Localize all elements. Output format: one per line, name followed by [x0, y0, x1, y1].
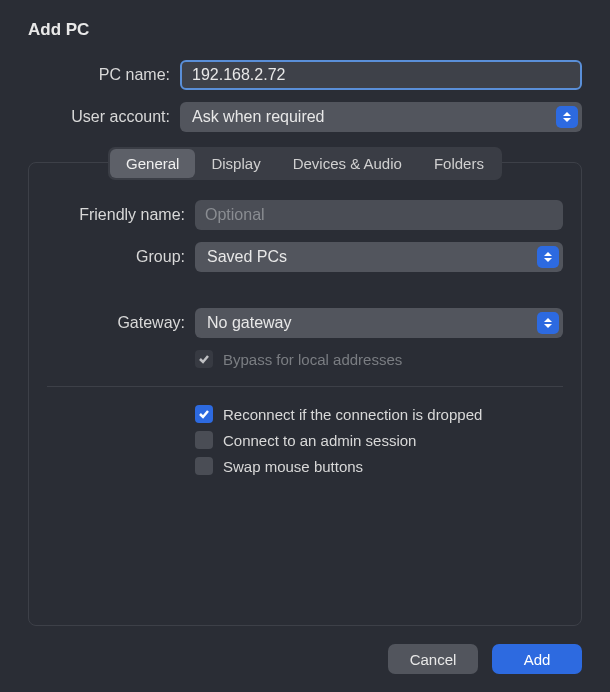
- settings-panel: General Display Devices & Audio Folders …: [28, 162, 582, 626]
- bypass-checkbox: [195, 350, 213, 368]
- updown-icon: [537, 312, 559, 334]
- tab-display[interactable]: Display: [195, 149, 276, 178]
- admin-label: Connect to an admin session: [223, 432, 416, 449]
- group-value: Saved PCs: [207, 248, 287, 266]
- friendly-name-row: Friendly name:: [47, 200, 563, 230]
- gateway-select[interactable]: No gateway: [195, 308, 563, 338]
- pc-name-input[interactable]: [180, 60, 582, 90]
- updown-icon: [556, 106, 578, 128]
- tab-devices-audio[interactable]: Devices & Audio: [277, 149, 418, 178]
- admin-checkbox[interactable]: [195, 431, 213, 449]
- pc-name-label: PC name:: [28, 66, 180, 84]
- reconnect-label: Reconnect if the connection is dropped: [223, 406, 482, 423]
- updown-icon: [537, 246, 559, 268]
- add-button[interactable]: Add: [492, 644, 582, 674]
- bypass-row: Bypass for local addresses: [195, 350, 563, 368]
- group-row: Group: Saved PCs: [47, 242, 563, 272]
- group-label: Group:: [47, 248, 195, 266]
- dialog-title: Add PC: [28, 20, 582, 40]
- swap-checkbox[interactable]: [195, 457, 213, 475]
- pc-name-row: PC name:: [28, 60, 582, 90]
- swap-label: Swap mouse buttons: [223, 458, 363, 475]
- user-account-value: Ask when required: [192, 108, 325, 126]
- tab-content-general: Friendly name: Group: Saved PCs Gatew: [29, 200, 581, 501]
- gateway-row: Gateway: No gateway: [47, 308, 563, 338]
- reconnect-row: Reconnect if the connection is dropped: [195, 405, 563, 423]
- divider: [47, 386, 563, 387]
- add-pc-dialog: Add PC PC name: User account: Ask when r…: [0, 0, 610, 692]
- friendly-name-input[interactable]: [195, 200, 563, 230]
- tab-general[interactable]: General: [110, 149, 195, 178]
- tab-folders[interactable]: Folders: [418, 149, 500, 178]
- gateway-label: Gateway:: [47, 314, 195, 332]
- check-icon: [198, 353, 210, 365]
- gateway-value: No gateway: [207, 314, 292, 332]
- user-account-label: User account:: [28, 108, 180, 126]
- bypass-label: Bypass for local addresses: [223, 351, 402, 368]
- friendly-name-label: Friendly name:: [47, 206, 195, 224]
- cancel-button[interactable]: Cancel: [388, 644, 478, 674]
- reconnect-checkbox[interactable]: [195, 405, 213, 423]
- group-select[interactable]: Saved PCs: [195, 242, 563, 272]
- user-account-select[interactable]: Ask when required: [180, 102, 582, 132]
- dialog-footer: Cancel Add: [28, 644, 582, 674]
- admin-row: Connect to an admin session: [195, 431, 563, 449]
- check-icon: [198, 408, 210, 420]
- user-account-row: User account: Ask when required: [28, 102, 582, 132]
- swap-row: Swap mouse buttons: [195, 457, 563, 475]
- tab-bar: General Display Devices & Audio Folders: [29, 147, 581, 180]
